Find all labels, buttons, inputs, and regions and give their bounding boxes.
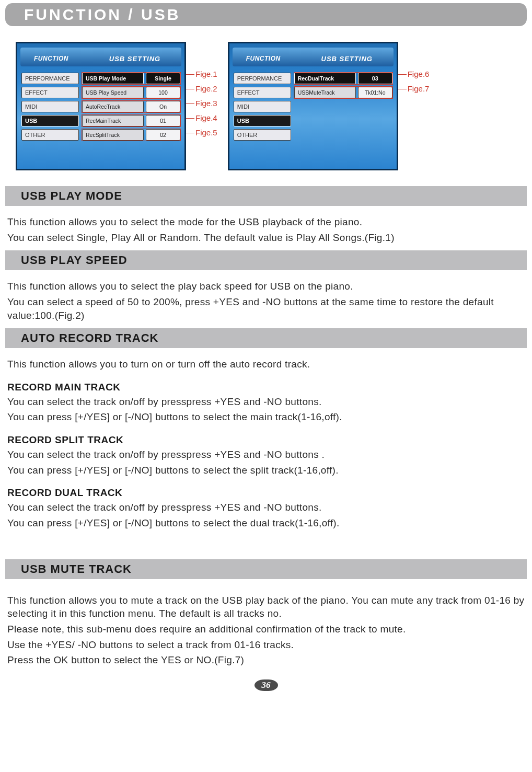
body-text: You can press [+/YES] or [-/NO] buttons … [7, 464, 527, 477]
body-text: You can select the track on/off by press… [7, 448, 527, 462]
fig-labels-left: Fige.1 Fige.2 Fige.3 Fige.4 Fige.5 [186, 42, 217, 138]
body-text: You can press [+/YES] or [-/NO] buttons … [7, 410, 527, 424]
fig-label: Fige.1 [195, 69, 217, 79]
sidebar-item: EFFECT [234, 87, 291, 98]
page-header: FUNCTION / USB [5, 3, 527, 26]
screen-right: FUNCTION USB SETTING PERFORMANCE EFFECT … [228, 42, 398, 170]
sidebar-item: OTHER [21, 129, 79, 141]
sidebar-item: MIDI [21, 101, 79, 112]
page-number-wrap: 36 [0, 679, 532, 691]
sidebar-item: OTHER [234, 129, 291, 141]
sidebar-left: PERFORMANCE EFFECT MIDI USB OTHER [21, 73, 79, 141]
body-text: This function allows you to select the m… [7, 215, 527, 229]
fig-label: Fige.4 [195, 113, 217, 123]
fig-label: Fige.3 [195, 98, 217, 109]
body-text: You can select a speed of 50 to 200%, pr… [7, 295, 527, 322]
screen-right-wrap: FUNCTION USB SETTING PERFORMANCE EFFECT … [228, 42, 430, 170]
cell-label: RecMainTrack [82, 115, 144, 126]
cell-label: AutoRecTrack [82, 101, 144, 112]
body-text: This function allows you to select the p… [7, 280, 527, 293]
cell-label: RecDualTrack [294, 73, 356, 84]
screen-head-usb-setting: USB SETTING [297, 55, 397, 63]
body-text: You can select the track on/off by press… [7, 501, 527, 514]
cell-val: 03 [358, 73, 392, 84]
body-text: You can press [+/YES] or [-/NO] buttons … [7, 516, 527, 530]
page-number: 36 [255, 679, 278, 691]
table-left: USB Play ModeSingle USB Play Speed100 Au… [82, 73, 180, 141]
body-text: Use the +YES/ -NO buttons to select a tr… [7, 638, 527, 652]
cell-val: 02 [146, 129, 180, 141]
body-text: Press the OK button to select the YES or… [7, 653, 527, 667]
sidebar-item: EFFECT [21, 87, 79, 98]
body-text: You can select Single, Play All or Rando… [7, 231, 527, 245]
sidebar-item-active: USB [234, 115, 291, 126]
body-text: This function allows you to turn on or t… [7, 358, 527, 371]
sidebar-item: PERFORMANCE [234, 73, 291, 84]
cell-val: 01 [146, 115, 180, 126]
section-heading: USB PLAY MODE [5, 186, 527, 206]
cell-val: Single [146, 73, 180, 84]
section-heading: AUTO RECORD TRACK [5, 328, 527, 348]
cell-val: Tk01:No [358, 87, 392, 98]
cell-label: USB Play Mode [82, 73, 144, 84]
cell-label: USB Play Speed [82, 87, 144, 98]
fig-label: Fige.5 [195, 128, 217, 138]
body-text: You can select the track on/off by press… [7, 395, 527, 409]
sub-heading: RECORD SPLIT TRACK [7, 434, 527, 446]
fig-label: Fige.6 [408, 69, 430, 79]
section-heading: USB MUTE TRACK [5, 559, 527, 579]
screen-left-wrap: FUNCTION USB SETTING PERFORMANCE EFFECT … [16, 42, 217, 170]
sidebar-item-active: USB [21, 115, 79, 126]
cell-label: USBMuteTrack [294, 87, 356, 98]
sidebar-item: PERFORMANCE [21, 73, 79, 84]
screen-head-function: FUNCTION [229, 55, 297, 62]
sub-heading: RECORD DUAL TRACK [7, 487, 527, 499]
body-text: Please note, this sub-menu does require … [7, 623, 527, 636]
screen-head-function: FUNCTION [17, 55, 85, 62]
fig-labels-right: Fige.6 Fige.7 [398, 42, 430, 94]
cell-val: On [146, 101, 180, 112]
fig-label: Fige.7 [408, 84, 430, 94]
sub-heading: RECORD MAIN TRACK [7, 382, 527, 393]
body-text: This function allows you to mute a track… [7, 594, 527, 620]
screen-head-usb-setting: USB SETTING [85, 55, 184, 63]
sidebar-item: MIDI [234, 101, 291, 112]
screen-left: FUNCTION USB SETTING PERFORMANCE EFFECT … [16, 42, 186, 170]
cell-val: 100 [146, 87, 180, 98]
page-title: FUNCTION / USB [5, 6, 180, 24]
fig-label: Fige.2 [195, 84, 217, 94]
section-heading: USB PLAY SPEED [5, 250, 527, 270]
table-right: RecDualTrack03 USBMuteTrackTk01:No [294, 73, 392, 141]
screenshot-row: FUNCTION USB SETTING PERFORMANCE EFFECT … [16, 42, 527, 170]
cell-label: RecSplitTrack [82, 129, 144, 141]
sidebar-right: PERFORMANCE EFFECT MIDI USB OTHER [234, 73, 291, 141]
